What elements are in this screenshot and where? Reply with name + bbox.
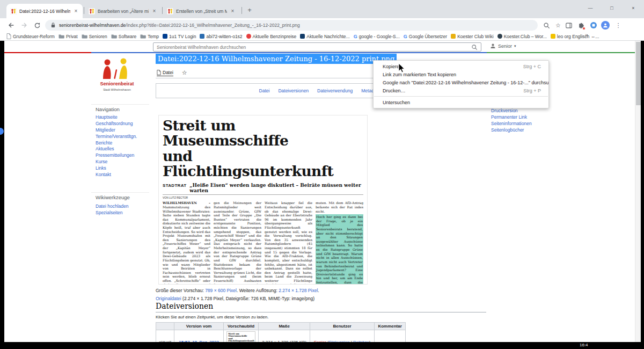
tab-create-page[interactable]: Erstellen von „Streit um Museum × (163, 4, 239, 18)
window-minimize-button[interactable]: — (580, 0, 601, 16)
version-thumbnail[interactable]: Streit um Museumsschiffe und Flüchtlings… (226, 331, 255, 342)
newspaper-highlighted-passage: Hoch her ging es dann bei der Frage, ob … (316, 214, 363, 285)
sidebar-item-datei-hochladen[interactable]: Datei hochladen (96, 203, 128, 209)
bookmark-folder[interactable]: Privat (58, 34, 78, 39)
context-menu-item-drucken[interactable]: Drucken… Strg + P (374, 86, 548, 94)
folder-icon (140, 34, 146, 39)
bookmark-item[interactable]: G google - Google-S... (354, 34, 400, 39)
reload-button[interactable] (31, 19, 43, 31)
extension-pinned-icon[interactable] (588, 20, 599, 31)
bookmark-label: Senioren (89, 34, 107, 39)
sidebar-item-termine[interactable]: Termine/Veranstltgn. (96, 134, 137, 139)
file-tab-dateiversionen[interactable]: Dateiversionen (278, 88, 309, 93)
bookmark-item[interactable]: leo org Englisch ⇔... (551, 34, 599, 39)
bookmark-label: Privat (66, 34, 78, 39)
newspaper-columns: WILHELMSHAVEN – Mammutsitzung des Wilhel… (159, 201, 367, 285)
user-menu[interactable]: Senior ▾ (490, 43, 516, 49)
new-tab-button[interactable]: + (245, 5, 254, 14)
context-menu-item-google-suche[interactable]: Google nach "Datei:2022-12-16 Wilhelmsha… (374, 78, 548, 86)
site-favicon (163, 34, 167, 39)
full-size-link[interactable]: 2.274 × 1.728 Pixel (279, 288, 318, 293)
sidebar-item-hauptseite[interactable]: Hauptseite (96, 114, 118, 120)
bookmark-label: Grundsteuer-Reform (13, 34, 55, 39)
bookmark-folder[interactable]: Temp (140, 34, 159, 39)
tool-seitenlogbuecher[interactable]: Seitenlogbücher (491, 127, 524, 133)
bookmark-item[interactable]: G Google Übersetzer (404, 34, 447, 39)
original-file-link[interactable]: Originaldatei (156, 296, 181, 301)
bookmark-folder[interactable]: Software (111, 34, 137, 39)
bookmark-star-icon[interactable]: ☆ (553, 20, 564, 31)
skin-line-green (487, 52, 641, 53)
url-domain: seniorenbeirat-wilhelmshaven.de (59, 23, 126, 28)
bookmark-item[interactable]: abi72-witten-o1s2 (200, 34, 242, 39)
scrollbar-thumb[interactable] (636, 42, 641, 105)
tool-seiteninformationen[interactable]: Seiteninformationen (491, 121, 532, 126)
side-panel-icon[interactable] (564, 20, 574, 31)
bookmark-label: Temp (148, 34, 159, 39)
bookmark-item[interactable]: Grundsteuer-Reform (6, 33, 55, 39)
wiki-search-input[interactable] (153, 42, 481, 52)
sidebar-item-aktuelles[interactable]: Aktuelles (96, 146, 114, 151)
tab-datei-label: Datei (163, 70, 173, 75)
site-favicon-icon (89, 8, 95, 14)
browser-menu-kebab-icon[interactable]: ⋮ (613, 20, 624, 31)
tool-permanenter-link[interactable]: Permanenter Link (491, 114, 527, 120)
wiki-search-magnifier-icon[interactable] (471, 44, 478, 50)
folder-icon (82, 34, 87, 39)
url-text: seniorenbeirat-wilhelmshaven.de/index.ph… (59, 23, 300, 28)
file-preview-image[interactable]: Streit um Museumsschiffe und Flüchtlings… (158, 115, 368, 285)
bookmark-label: Aktuelle Benzinpreise (253, 34, 297, 39)
menu-item-label: Untersuchen (383, 100, 410, 105)
sidebar-item-pressemitteilungen[interactable]: Pressemitteilungen (96, 152, 134, 158)
sidebar-item-geschaeftsordnung[interactable]: Geschäftsordnung (96, 121, 133, 126)
sidebar-item-spezialseiten[interactable]: Spezialseiten (96, 210, 123, 215)
tab-datei[interactable]: Datei (157, 70, 173, 76)
screen: Datei:2022-12-16 Wilhelmshaven × Bearbei… (0, 0, 644, 349)
site-logo[interactable]: Seniorenbeirat Stadt Wilhelmshaven (96, 55, 138, 95)
caret-down-icon: ▾ (514, 44, 516, 48)
bookmark-item[interactable]: Aktuelle Nachrichte... (300, 34, 349, 39)
back-button[interactable] (5, 19, 17, 31)
search-icon[interactable] (541, 20, 552, 31)
skin-line-red (4, 52, 91, 53)
file-tab-datei[interactable]: Datei (259, 88, 270, 93)
avatar-circle (601, 21, 610, 30)
address-bar[interactable]: seniorenbeirat-wilhelmshaven.de/index.ph… (45, 20, 538, 31)
profile-avatar[interactable] (600, 20, 611, 31)
tool-druckversion[interactable]: Druckversion (491, 108, 518, 113)
browser-toolbar: seniorenbeirat-wilhelmshaven.de/index.ph… (0, 18, 644, 32)
tab-edit-page[interactable]: Bearbeiten von „Ältere mit große × (85, 4, 161, 18)
version-comment (375, 330, 406, 343)
file-tab-dateiverwendung[interactable]: Dateiverwendung (317, 88, 353, 93)
context-menu-item-untersuchen[interactable]: Untersuchen (374, 98, 548, 106)
window-close-button[interactable]: × (623, 0, 644, 16)
round-extension-icon (590, 21, 597, 29)
bookmark-folder[interactable]: Senioren (82, 34, 107, 39)
tab-close-icon[interactable]: × (230, 8, 236, 14)
bookmark-item[interactable]: Koester Club Wiki (451, 34, 494, 39)
tab-close-icon[interactable]: × (73, 8, 79, 14)
bookmark-item[interactable]: 1u1 TV Login (163, 34, 196, 39)
tab-file-page[interactable]: Datei:2022-12-16 Wilhelmshaven × (6, 4, 83, 18)
preview-size-link[interactable]: 789 × 600 Pixel (205, 288, 237, 293)
sidebar-divider (91, 104, 149, 105)
bookmark-item[interactable]: Aktuelle Benzinpreise (246, 34, 297, 39)
sidebar-item-links[interactable]: Links (96, 165, 106, 171)
site-favicon-icon (167, 8, 173, 14)
bookmark-item[interactable]: Koester.Club – Wor... (497, 34, 547, 39)
tab-close-icon[interactable]: × (151, 8, 157, 14)
watch-star-icon[interactable]: ☆ (182, 69, 187, 76)
forward-button[interactable] (18, 19, 30, 31)
sidebar-item-kontakt[interactable]: Kontakt (96, 172, 111, 177)
page-scrollbar[interactable] (635, 41, 641, 342)
newspaper-byline: VON LUTZ RECTOR (163, 194, 363, 199)
extension-notification-badge (582, 27, 586, 30)
mouse-cursor (398, 63, 405, 73)
sidebar-item-berichte[interactable]: Berichte (96, 140, 112, 146)
bookmarks-overflow-chevron[interactable]: » (585, 32, 588, 38)
sidebar-item-kurse[interactable]: Kurse (96, 159, 107, 164)
sidebar-item-mitglieder[interactable]: Mitglieder (96, 127, 115, 133)
extensions-puzzle-icon[interactable] (575, 20, 586, 31)
window-maximize-button[interactable]: □ (601, 0, 623, 16)
menu-item-shortcut: Strg + P (523, 88, 541, 93)
